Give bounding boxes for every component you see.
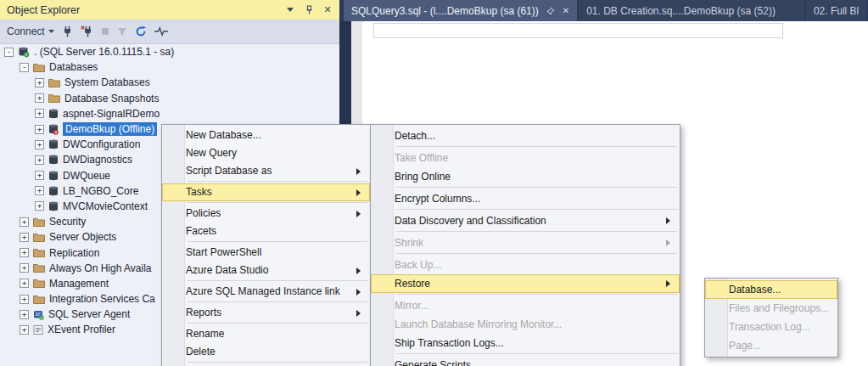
folder-icon — [33, 233, 45, 242]
menu-item-reports[interactable]: Reports — [162, 304, 370, 322]
menu-item-azure-data-studio[interactable]: Azure Data Studio — [162, 262, 370, 279]
stop-icon — [101, 27, 109, 36]
menu-item-ship-transaction-logs[interactable]: Ship Transaction Logs... — [371, 334, 680, 352]
object-explorer-title-bar: Object Explorer ✕ — [0, 0, 339, 20]
tab-sqlquery3[interactable]: SQLQuery3.sql - (l....DemoBkup (sa (61))… — [344, 0, 577, 21]
document-tab-bar: SQLQuery3.sql - (l....DemoBkup (sa (61))… — [339, 0, 868, 21]
activity-monitor-icon[interactable] — [154, 26, 168, 37]
menu-item-start-powershell[interactable]: Start PowerShell — [162, 244, 370, 262]
close-icon[interactable]: ✕ — [563, 6, 569, 15]
connect-button[interactable]: Connect — [7, 25, 54, 37]
context-menu: New Database... New Query Script Databas… — [161, 124, 371, 366]
tree-item-label: Security — [49, 216, 86, 228]
tree-item-label: Replication — [49, 247, 99, 259]
submenu-arrow-icon — [356, 168, 361, 175]
database-icon — [48, 170, 59, 182]
menu-item-shrink: Shrink — [371, 234, 680, 252]
menu-item-data-discovery-and-classification[interactable]: Data Discovery and Classification — [371, 211, 680, 230]
tab-db-creation[interactable]: 01. DB Creation.sq....DemoBkup (sa (52)) — [579, 0, 804, 21]
database-icon — [48, 108, 59, 120]
tree-item-label: . (SQL Server 16.0.1115.1 - sa) — [34, 46, 174, 58]
disconnect-plug-icon[interactable] — [81, 25, 93, 37]
tree-item-databases[interactable]: Databases — [0, 59, 339, 75]
tree-item-label: Always On High Availa — [49, 262, 152, 274]
expand-icon[interactable] — [35, 186, 44, 195]
collapse-icon[interactable] — [4, 48, 14, 57]
menu-item-generate-scripts[interactable]: Generate Scripts... — [371, 356, 680, 366]
menu-item-delete[interactable]: Delete — [162, 343, 370, 361]
tree-item-label: Server Objects — [49, 231, 116, 243]
folder-icon — [33, 217, 45, 227]
expand-icon[interactable] — [35, 201, 44, 211]
expand-icon[interactable] — [20, 217, 29, 227]
expand-icon[interactable] — [35, 109, 44, 118]
tab-label: 01. DB Creation.sq....DemoBkup (sa (52)) — [586, 5, 776, 17]
expand-icon[interactable] — [35, 93, 44, 103]
connect-plug-icon[interactable] — [62, 25, 73, 37]
expand-icon[interactable] — [20, 310, 29, 319]
expand-icon[interactable] — [35, 78, 44, 87]
folder-icon — [48, 93, 60, 103]
menu-item-script-database-as[interactable]: Script Database as — [162, 162, 370, 180]
tab-full-backup[interactable]: 02. Full Bl — [806, 0, 866, 21]
menu-item-restore-files-and-filegroups: Files and Filegroups... — [705, 299, 837, 318]
close-icon[interactable]: ✕ — [321, 4, 334, 16]
expand-icon[interactable] — [20, 263, 29, 273]
menu-item-new-database[interactable]: New Database... — [162, 127, 370, 144]
pin-icon[interactable] — [546, 7, 555, 15]
submenu-arrow-icon — [356, 211, 361, 217]
expand-icon[interactable] — [35, 171, 44, 180]
chevron-down-icon[interactable] — [283, 4, 297, 16]
menu-item-azure-sql-managed-instance-link[interactable]: Azure SQL Managed Instance link — [162, 283, 370, 301]
menu-item-restore[interactable]: Restore — [371, 274, 680, 293]
submenu-arrow-icon — [356, 189, 361, 196]
menu-item-take-offline: Take Offline — [371, 149, 680, 167]
tree-item-system-databases[interactable]: System Databases — [0, 75, 339, 90]
tab-label: SQLQuery3.sql - (l....DemoBkup (sa (61)) — [351, 5, 539, 17]
tree-item-label: Database Snapshots — [64, 93, 159, 104]
menu-item-new-query[interactable]: New Query — [162, 144, 370, 162]
menu-item-detach[interactable]: Detach... — [371, 127, 680, 145]
tree-item-label: DWQueue — [63, 170, 110, 182]
pin-icon[interactable] — [302, 4, 316, 16]
submenu-arrow-icon — [666, 217, 670, 224]
database-icon — [48, 138, 59, 150]
expand-icon[interactable] — [35, 155, 44, 165]
tasks-submenu: Detach... Take Offline Bring Online Encr… — [370, 124, 680, 366]
expand-icon[interactable] — [20, 248, 29, 257]
object-explorer-toolbar: Connect — [0, 20, 339, 44]
tree-item-database-snapshots[interactable]: Database Snapshots — [0, 91, 339, 106]
menu-item-facets[interactable]: Facets — [162, 222, 370, 240]
expand-icon[interactable] — [20, 233, 29, 242]
menu-item-rename[interactable]: Rename — [162, 325, 370, 343]
tree-item-server[interactable]: . (SQL Server 16.0.1115.1 - sa) — [0, 44, 339, 59]
menu-item-tasks[interactable]: Tasks — [162, 183, 370, 201]
ssms-window: Object Explorer ✕ Connect — [0, 0, 868, 366]
submenu-arrow-icon — [356, 310, 361, 317]
menu-separator — [188, 361, 367, 364]
sql-server-icon — [18, 46, 30, 58]
tree-item-label: Databases — [49, 61, 98, 73]
expand-icon[interactable] — [20, 279, 29, 288]
expand-icon[interactable] — [35, 140, 44, 149]
menu-item-bring-online[interactable]: Bring Online — [371, 167, 680, 186]
menu-item-mirror: Mirror... — [371, 296, 680, 315]
tree-item-label: Integration Services Ca — [49, 293, 155, 305]
folder-icon — [33, 248, 45, 257]
collapse-icon[interactable] — [20, 63, 29, 72]
tree-item-label: DWConfiguration — [63, 138, 140, 150]
folder-icon — [33, 263, 45, 273]
expand-icon[interactable] — [20, 295, 29, 304]
submenu-arrow-icon — [666, 280, 670, 287]
tree-item-label-selected: DemoBkup (Offline) — [63, 122, 157, 136]
expand-icon[interactable] — [20, 325, 29, 335]
filter-icon — [117, 27, 127, 37]
tree-item-aspnet-signalrdemo[interactable]: aspnet-SignalRDemo — [0, 106, 339, 121]
expand-icon[interactable] — [35, 125, 44, 134]
refresh-icon[interactable] — [135, 25, 147, 37]
menu-item-encrypt-columns[interactable]: Encrypt Columns... — [371, 189, 680, 208]
menu-item-restore-database[interactable]: Database... — [705, 280, 837, 299]
tree-item-label: SQL Server Agent — [48, 308, 130, 320]
current-line-indicator — [373, 23, 783, 38]
menu-item-policies[interactable]: Policies — [162, 205, 370, 222]
